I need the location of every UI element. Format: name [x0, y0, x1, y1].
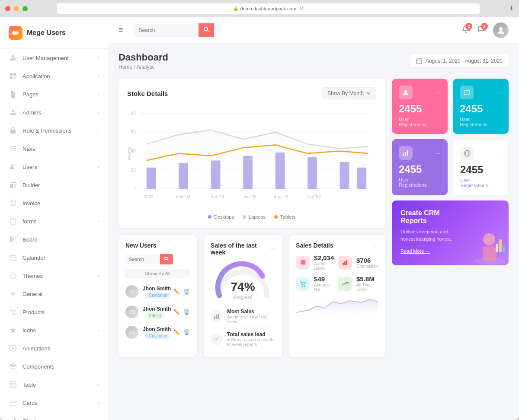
sd-item-avg-bid: $49 Average Bid — [296, 275, 334, 292]
legend-dot-laptops — [243, 215, 246, 219]
stat-menu-pink[interactable]: ··· — [436, 89, 441, 96]
sidebar-item-user-management[interactable]: User Management › — [0, 49, 108, 67]
sidebar-item-application[interactable]: Application › — [0, 67, 108, 85]
svg-text:Aug '03: Aug '03 — [274, 194, 288, 199]
sidebar-item-label-admins: Admins — [22, 109, 98, 116]
sidebar-item-icons[interactable]: Icons › — [0, 321, 108, 339]
new-tab-button[interactable]: + — [509, 4, 514, 13]
svg-rect-4 — [10, 76, 13, 79]
sidebar-item-calander[interactable]: Calander — [0, 248, 108, 267]
sidebar-item-label-navs: Navs — [22, 146, 99, 152]
sidebar-item-cards[interactable]: Cards › — [0, 394, 108, 412]
browser-window: 🔒 demo.dashboardpack.com ↺ + Mege Users — [0, 0, 519, 420]
calander-icon — [9, 253, 17, 262]
stat-menu-purple[interactable]: ··· — [436, 150, 441, 156]
author-sales-icon — [296, 256, 310, 270]
user-avatar[interactable] — [493, 22, 509, 38]
sidebar-item-builder[interactable]: Builder — [0, 176, 108, 194]
chevron-right-icon: › — [98, 110, 99, 115]
notifications-button[interactable]: 2 — [462, 25, 471, 35]
chevron-right-icon: › — [98, 328, 99, 333]
delete-icon[interactable]: 🗑️ — [183, 329, 190, 335]
mini-search-button[interactable] — [160, 254, 173, 264]
sidebar-item-themes[interactable]: Themes › — [0, 267, 108, 285]
close-button[interactable] — [5, 6, 10, 11]
svg-rect-10 — [10, 182, 16, 183]
svg-point-8 — [11, 165, 13, 167]
svg-rect-67 — [343, 263, 344, 265]
crm-read-more-link[interactable]: Read More → — [400, 248, 430, 254]
sales-items: Most Sales Authors with the best sales — [211, 305, 275, 350]
sidebar-item-board[interactable]: Board — [0, 230, 108, 248]
search-input[interactable] — [134, 24, 199, 37]
sd-item-commission: $706 Commision — [338, 254, 378, 271]
sidebar-item-general[interactable]: General — [0, 285, 108, 303]
delete-icon[interactable]: 🗑️ — [183, 309, 190, 315]
most-sales-info: Most Sales Authors with the best sales — [227, 309, 275, 324]
show-by-month-button[interactable]: Show By Month — [322, 87, 376, 99]
sidebar-item-components[interactable]: Components — [0, 357, 108, 375]
bottom-row: New Users — [119, 235, 385, 357]
svg-text:Apr '03: Apr '03 — [211, 194, 224, 199]
svg-rect-14 — [13, 236, 14, 241]
sales-week-menu[interactable]: ··· — [269, 245, 275, 253]
chevron-right-icon: › — [98, 128, 99, 133]
edit-icon[interactable]: ✏️ — [173, 309, 180, 315]
stat-icon-teal — [460, 86, 474, 99]
sidebar-item-users[interactable]: Users › — [0, 158, 108, 176]
stats-row-1: ··· 2455 UserRegistrations — [392, 79, 509, 134]
sidebar-item-charts[interactable]: Charts › — [0, 412, 108, 420]
most-sales-icon — [211, 310, 223, 322]
sidebar-item-label-invoice: Invoice — [22, 200, 99, 207]
sidebar-item-invoice[interactable]: Invoice — [0, 194, 108, 212]
delete-icon[interactable]: 🗑️ — [183, 289, 190, 295]
sidebar-item-table[interactable]: Table › — [0, 375, 108, 394]
svg-text:Jun '03: Jun '03 — [243, 194, 256, 199]
user-management-icon — [9, 54, 17, 62]
total-sales-icon — [211, 333, 223, 345]
hamburger-button[interactable]: ≡ — [119, 25, 123, 35]
show-all-button[interactable]: Show-By All — [125, 269, 190, 278]
edit-icon[interactable]: ✏️ — [173, 329, 180, 335]
messages-button[interactable]: 2 — [477, 25, 486, 35]
svg-rect-11 — [10, 184, 13, 188]
breadcrumb-home[interactable]: Home — [119, 64, 132, 70]
svg-rect-5 — [13, 76, 16, 79]
svg-point-19 — [12, 314, 13, 315]
svg-rect-13 — [10, 236, 12, 242]
stat-card-teal: ··· 2455 UserRegistrations — [453, 79, 509, 134]
sales-details-title: Sales Details — [296, 242, 333, 249]
reload-icon[interactable]: ↺ — [300, 6, 304, 11]
url-bar[interactable]: 🔒 demo.dashboardpack.com ↺ — [57, 3, 480, 14]
date-range-text: August 1, 2020 - August 31, 2020 — [426, 58, 503, 64]
svg-rect-15 — [15, 236, 16, 239]
edit-icon[interactable]: ✏️ — [173, 289, 180, 295]
right-column: ··· 2455 UserRegistrations — [392, 79, 509, 357]
minimize-button[interactable] — [14, 6, 19, 11]
legend-desktops: Desktops — [208, 214, 234, 220]
svg-rect-2 — [10, 73, 13, 76]
chart-title: Stoke Details — [127, 90, 168, 97]
sidebar-item-products[interactable]: Products — [0, 303, 108, 321]
chevron-right-icon: › — [98, 74, 99, 79]
stat-menu-teal[interactable]: ··· — [497, 89, 502, 96]
sidebar-item-pages[interactable]: Pages › — [0, 85, 108, 103]
svg-text:60: 60 — [131, 130, 136, 135]
mini-search-input[interactable] — [125, 255, 160, 264]
svg-text:20: 20 — [131, 167, 136, 172]
sales-details-panel: Sales Details ··· $2, — [289, 235, 385, 357]
sidebar-item-navs[interactable]: Navs — [0, 140, 108, 158]
sidebar-item-admins[interactable]: Admins › — [0, 103, 108, 121]
sidebar-item-forms[interactable]: forms › — [0, 212, 108, 230]
search-button[interactable] — [199, 23, 214, 37]
total-sales-info: Total sales lead 40% increased on week-t… — [227, 331, 275, 347]
sidebar-item-role-permissions[interactable]: Role & Permissions › — [0, 121, 108, 140]
sidebar-item-animations[interactable]: Animations — [0, 339, 108, 357]
charts-icon — [9, 417, 17, 420]
maximize-button[interactable] — [22, 6, 28, 11]
url-text: demo.dashboardpack.com — [240, 6, 296, 11]
sales-details-menu[interactable]: ··· — [373, 242, 378, 249]
crm-content: Create CRM Reports Outlines keep you and… — [400, 209, 460, 254]
svg-point-9 — [14, 164, 16, 166]
stat-menu-light[interactable]: ··· — [496, 150, 501, 157]
